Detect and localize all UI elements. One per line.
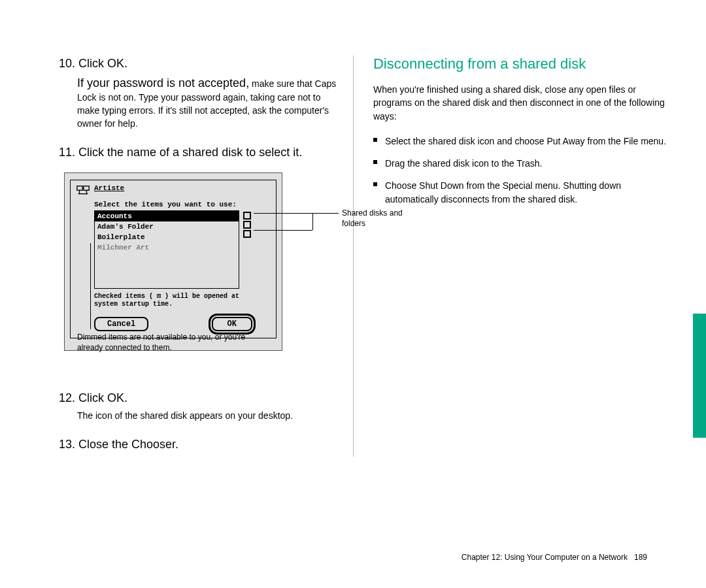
list-item: Choose Shut Down from the Special menu. … (373, 179, 667, 206)
dialog-window: Artiste Select the items you want to use… (64, 172, 282, 351)
two-column-layout: 10. Click OK. If your password is not ac… (0, 0, 706, 457)
step-11: 11. Click the name of a shared disk to s… (59, 144, 340, 160)
list-item[interactable]: Accounts (95, 211, 239, 221)
callout-leader-line (312, 213, 313, 230)
step-13: 13. Close the Chooser. (59, 436, 340, 452)
list-empty-space (95, 253, 239, 288)
startup-checkbox[interactable] (243, 212, 251, 220)
note-line: Checked items ( ⊠ ) will be opened at (94, 293, 239, 300)
svg-rect-0 (77, 186, 82, 189)
list-item: Drag the shared disk icon to the Trash. (373, 157, 667, 170)
dialog-instruction: Select the items you want to use: (94, 201, 271, 208)
startup-checkbox-column (241, 210, 256, 239)
page-footer: Chapter 12: Using Your Computer on a Net… (462, 553, 647, 562)
list-item[interactable]: Boilerplate (95, 232, 239, 242)
section-heading: Disconnecting from a shared disk (373, 56, 667, 73)
dialog-startup-note: Checked items ( ⊠ ) will be opened at sy… (94, 293, 271, 309)
page-number: 189 (634, 553, 647, 562)
shared-items-listbox[interactable]: Accounts Adam's Folder Boilerplate Milch… (94, 210, 239, 289)
chooser-dialog-figure: Artiste Select the items you want to use… (64, 172, 340, 351)
cancel-button[interactable]: Cancel (94, 317, 148, 331)
list-item[interactable]: Adam's Folder (95, 221, 239, 232)
manual-page: 10. Click OK. If your password is not ac… (0, 0, 706, 588)
section-intro: When you're finished using a shared disk… (373, 83, 667, 123)
callout-leader-line (90, 243, 91, 329)
disconnect-methods-list: Select the shared disk icon and choose P… (373, 135, 667, 206)
callout-leader-line (254, 230, 312, 231)
appleshare-icon (76, 184, 90, 199)
thumb-tab (693, 314, 706, 438)
note-line: system startup time. (94, 301, 173, 308)
step-12: 12. Click OK. (59, 390, 340, 406)
startup-checkbox[interactable] (243, 230, 251, 238)
dialog-button-row: Cancel OK (94, 317, 252, 331)
list-item: Select the shared disk icon and choose P… (373, 135, 667, 148)
startup-checkbox[interactable] (243, 221, 251, 229)
ok-button[interactable]: OK (212, 317, 252, 331)
left-column: 10. Click OK. If your password is not ac… (59, 56, 353, 457)
dialog-content: Artiste Select the items you want to use… (70, 180, 277, 338)
svg-rect-1 (84, 186, 89, 189)
chapter-label: Chapter 12: Using Your Computer on a Net… (462, 553, 628, 562)
step-10: 10. Click OK. (59, 56, 340, 71)
step-10-note-lead: If your password is not accepted, (77, 76, 249, 90)
list-item-dimmed: Milchner Art (95, 242, 239, 253)
server-name: Artiste (94, 184, 124, 192)
callout-leader-line (254, 213, 339, 214)
dialog-header: Artiste (76, 184, 271, 199)
callout-dimmed-items: Dimmed items are not available to you, o… (77, 332, 247, 353)
step-10-note: If your password is not accepted, make s… (77, 75, 340, 130)
step-12-note: The icon of the shared disk appears on y… (77, 410, 340, 423)
right-column: Disconnecting from a shared disk When yo… (353, 56, 667, 457)
callout-shared-disks: Shared disks and folders (342, 208, 414, 229)
